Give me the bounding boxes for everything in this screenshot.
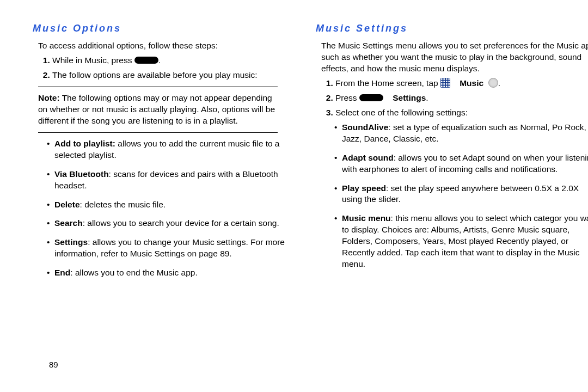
- note-body: The following options may or may not app…: [38, 93, 275, 125]
- music-disc-icon: [488, 78, 498, 88]
- step-2: Press Settings.: [335, 93, 588, 104]
- opt-text: : allows you to search your device for a…: [83, 218, 279, 228]
- step-1: While in Music, press .: [52, 55, 294, 66]
- page-number: 89: [49, 359, 58, 370]
- section-title-options: Music Options: [33, 22, 294, 35]
- opt-label: Via Bluetooth: [54, 169, 109, 179]
- step-3: Select one of the following settings:: [335, 107, 588, 119]
- set-play-speed: Play speed: set the play speed anywhere …: [334, 183, 588, 206]
- step-1-text-a: While in Music, press: [52, 56, 134, 65]
- divider-bottom: [38, 132, 278, 133]
- opt-search: Search: allows you to search your device…: [47, 218, 294, 229]
- step-2-text-b: .: [426, 93, 428, 102]
- opt-label: End: [54, 268, 70, 277]
- settings-steps: From the Home screen, tap Music . Press …: [321, 78, 588, 119]
- set-music-menu: Music menu: this menu allows you to sele…: [334, 213, 588, 270]
- step-1-text-d: .: [498, 78, 500, 88]
- opt-text: : allows you to end the Music app.: [70, 268, 198, 277]
- settings-list: SoundAlive: set a type of equalization s…: [334, 122, 588, 270]
- apps-grid-icon: [440, 78, 450, 88]
- opt-text: : deletes the music file.: [80, 200, 166, 209]
- step-1-text-b: .: [158, 56, 161, 65]
- set-label: Adapt sound: [342, 153, 394, 162]
- opt-add-to-playlist: Add to playlist: allows you to add the c…: [47, 138, 294, 161]
- options-intro: To access additional options, follow the…: [38, 40, 294, 52]
- settings-intro: The Music Settings menu allows you to se…: [321, 40, 588, 75]
- section-title-settings: Music Settings: [316, 22, 588, 35]
- set-label: Play speed: [342, 183, 386, 193]
- opt-via-bluetooth: Via Bluetooth: scans for devices and pai…: [47, 169, 294, 192]
- note-label: Note:: [38, 93, 60, 102]
- menu-key-icon: [359, 94, 383, 101]
- opt-delete: Delete: deletes the music file.: [47, 199, 294, 211]
- set-label: Music menu: [342, 213, 391, 223]
- opt-label: Search: [54, 218, 83, 228]
- opt-label: Settings: [54, 237, 88, 247]
- settings-label: Settings: [393, 93, 426, 102]
- right-column: Music Settings The Music Settings menu a…: [316, 22, 588, 286]
- menu-key-icon: [134, 57, 158, 64]
- options-list: Add to playlist: allows you to add the c…: [47, 138, 294, 279]
- note-block: Note: The following options may or may n…: [38, 93, 278, 127]
- set-adapt-sound: Adapt sound: allows you to set Adapt sou…: [334, 152, 588, 175]
- step-2: The follow options are available before …: [52, 70, 294, 81]
- step-1-text-a: From the Home screen, tap: [335, 78, 440, 88]
- opt-text: : allows you to change your Music settin…: [54, 237, 285, 258]
- opt-label: Delete: [54, 200, 80, 209]
- opt-label: Add to playlist:: [54, 139, 115, 148]
- opt-end: End: allows you to end the Music app.: [47, 267, 294, 279]
- step-1: From the Home screen, tap Music .: [335, 78, 588, 89]
- opt-settings: Settings: allows you to change your Musi…: [47, 237, 294, 260]
- divider-top: [38, 87, 278, 87]
- set-soundalive: SoundAlive: set a type of equalization s…: [334, 122, 588, 145]
- options-steps: While in Music, press . The follow optio…: [38, 55, 294, 81]
- set-label: SoundAlive: [342, 122, 388, 132]
- music-label: Music: [460, 78, 483, 88]
- left-column: Music Options To access additional optio…: [33, 22, 294, 286]
- step-2-text-a: Press: [335, 93, 359, 102]
